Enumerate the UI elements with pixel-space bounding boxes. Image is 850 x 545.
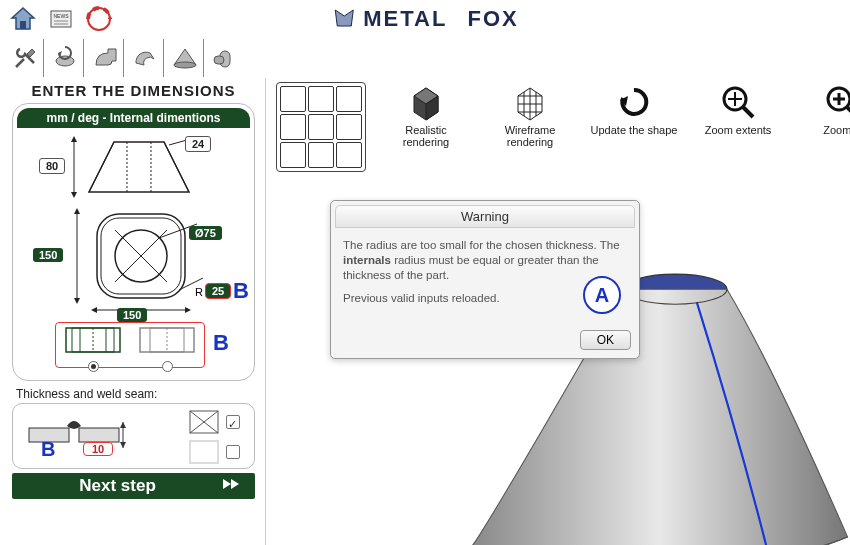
svg-rect-52 xyxy=(190,441,218,463)
radius-mode-1[interactable] xyxy=(59,326,127,364)
zoom-extents-label: Zoom extents xyxy=(705,124,772,136)
top-bar: NEWS METAL FOX xyxy=(0,0,850,38)
svg-marker-48 xyxy=(120,442,126,448)
next-step-label: Next step xyxy=(79,476,156,495)
svg-marker-32 xyxy=(91,307,97,313)
help-icon[interactable] xyxy=(84,4,114,34)
dialog-message-1: The radius are too small for the chosen … xyxy=(343,238,627,283)
sidebar-title: ENTER THE DIMENSIONS xyxy=(12,82,255,99)
elbow-icon[interactable] xyxy=(126,39,164,77)
seam-opt-1-icon xyxy=(188,409,220,435)
svg-rect-13 xyxy=(214,56,224,64)
annotation-a: A xyxy=(583,276,621,314)
svg-marker-29 xyxy=(74,208,80,214)
svg-marker-30 xyxy=(74,298,80,304)
svg-line-67 xyxy=(743,107,753,117)
svg-marker-7 xyxy=(335,10,353,26)
brand-text-2: FOX xyxy=(468,6,519,32)
cone-icon[interactable] xyxy=(166,39,204,77)
brand-text-1: METAL xyxy=(363,6,447,32)
svg-marker-53 xyxy=(223,479,231,489)
svg-marker-14 xyxy=(89,142,189,192)
dim-height[interactable]: 80 xyxy=(39,158,65,174)
thickness-input[interactable]: 10 xyxy=(83,442,113,456)
wireframe-render-button[interactable]: Wireframe rendering xyxy=(486,82,574,148)
history-icon[interactable] xyxy=(46,39,84,77)
svg-point-8 xyxy=(56,56,74,66)
update-shape-button[interactable]: Update the shape xyxy=(590,82,678,136)
seam-opt-2-icon xyxy=(188,439,220,465)
svg-text:NEWS: NEWS xyxy=(54,13,70,19)
svg-marker-47 xyxy=(120,422,126,428)
news-icon[interactable]: NEWS xyxy=(46,4,76,34)
svg-marker-21 xyxy=(71,192,77,198)
chevron-right-icon xyxy=(223,476,245,496)
weld-sketch xyxy=(19,408,139,464)
svg-rect-1 xyxy=(20,21,26,29)
annotation-b-2: B xyxy=(213,330,229,356)
svg-marker-54 xyxy=(231,479,239,489)
dim-radius[interactable]: 25 xyxy=(205,283,231,299)
realistic-render-label: Realistic rendering xyxy=(382,124,470,148)
zoom-in-button[interactable]: Zoom + xyxy=(798,82,850,136)
tools-icon[interactable] xyxy=(6,39,44,77)
radius-prefix: R xyxy=(195,286,203,298)
svg-marker-20 xyxy=(71,136,77,142)
next-step-button[interactable]: Next step xyxy=(12,473,255,499)
dim-top[interactable]: 24 xyxy=(185,136,211,152)
brand-logo: METAL FOX xyxy=(331,6,519,32)
warning-dialog: Warning The radius are too small for the… xyxy=(330,200,640,359)
radius-mode-1-radio[interactable] xyxy=(88,361,99,372)
tee-icon[interactable] xyxy=(206,39,244,77)
zoom-in-label: Zoom + xyxy=(823,124,850,136)
radius-mode-2-radio[interactable] xyxy=(162,361,173,372)
wireframe-render-label: Wireframe rendering xyxy=(486,124,574,148)
seam-opt-2-check[interactable] xyxy=(226,445,240,459)
dim-diameter[interactable]: Ø75 xyxy=(189,226,222,240)
dialog-title: Warning xyxy=(335,205,635,228)
dim-w1[interactable]: 150 xyxy=(33,248,63,262)
realistic-render-button[interactable]: Realistic rendering xyxy=(382,82,470,148)
seam-opt-1-check[interactable] xyxy=(226,415,240,429)
svg-marker-33 xyxy=(185,307,191,313)
home-icon[interactable] xyxy=(8,4,38,34)
dialog-ok-button[interactable]: OK xyxy=(580,330,631,350)
dimensions-sidebar: ENTER THE DIMENSIONS mm / deg - Internal… xyxy=(0,78,265,545)
zoom-extents-button[interactable]: Zoom extents xyxy=(694,82,782,136)
svg-rect-45 xyxy=(79,428,119,442)
svg-point-11 xyxy=(174,62,196,68)
update-shape-label: Update the shape xyxy=(591,124,678,136)
thickness-panel: 10 B xyxy=(12,403,255,469)
radius-mode-2[interactable] xyxy=(133,326,201,364)
dimensions-panel: mm / deg - Internal dimentions 80 24 xyxy=(12,103,255,381)
shape-toolbar xyxy=(0,38,850,78)
thickness-label: Thickness and weld seam: xyxy=(16,387,255,401)
panel-header: mm / deg - Internal dimentions xyxy=(17,108,250,128)
radius-mode-group xyxy=(55,322,205,368)
annotation-b-3: B xyxy=(41,438,55,461)
annotation-b-1: B xyxy=(233,278,249,304)
pipe-bend-icon[interactable] xyxy=(86,39,124,77)
